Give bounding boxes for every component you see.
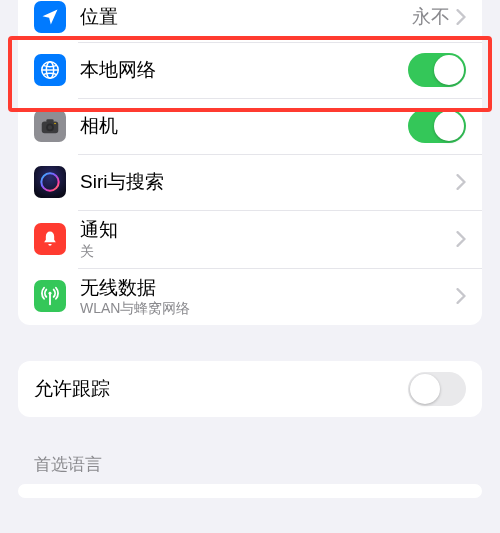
chevron-right-icon (456, 9, 466, 25)
location-icon (34, 1, 66, 33)
antenna-icon (34, 280, 66, 312)
row-label: 允许跟踪 (34, 377, 408, 401)
row-siri[interactable]: Siri与搜索 (18, 154, 482, 210)
row-label: 本地网络 (80, 58, 408, 82)
row-subtitle: 关 (80, 243, 456, 260)
chevron-right-icon (456, 288, 466, 304)
row-label: 位置 (80, 5, 412, 29)
chevron-right-icon (456, 174, 466, 190)
row-label: 相机 (80, 114, 408, 138)
row-label: 通知 (80, 218, 456, 242)
chevron-right-icon (456, 231, 466, 247)
globe-icon (34, 54, 66, 86)
settings-group-language (18, 484, 482, 498)
row-wireless-data[interactable]: 无线数据 WLAN与蜂窝网络 (18, 268, 482, 326)
svg-rect-6 (46, 119, 53, 122)
svg-point-7 (54, 123, 55, 124)
toggle-camera[interactable] (408, 109, 466, 143)
svg-point-8 (41, 173, 58, 190)
bell-icon (34, 223, 66, 255)
siri-icon (34, 166, 66, 198)
row-notifications[interactable]: 通知 关 (18, 210, 482, 268)
camera-icon (34, 110, 66, 142)
row-subtitle: WLAN与蜂窝网络 (80, 300, 456, 317)
settings-group-tracking: 允许跟踪 (18, 361, 482, 417)
row-camera[interactable]: 相机 (18, 98, 482, 154)
row-label: 无线数据 (80, 276, 456, 300)
row-allow-tracking[interactable]: 允许跟踪 (18, 361, 482, 417)
toggle-allow-tracking[interactable] (408, 372, 466, 406)
svg-point-5 (48, 125, 52, 129)
section-header-language: 首选语言 (0, 453, 500, 484)
row-local-network[interactable]: 本地网络 (18, 42, 482, 98)
settings-group: 位置 永不 本地网络 (18, 0, 482, 325)
row-location[interactable]: 位置 永不 (18, 0, 482, 42)
toggle-local-network[interactable] (408, 53, 466, 87)
row-detail: 永不 (412, 4, 450, 30)
row-label: Siri与搜索 (80, 170, 456, 194)
